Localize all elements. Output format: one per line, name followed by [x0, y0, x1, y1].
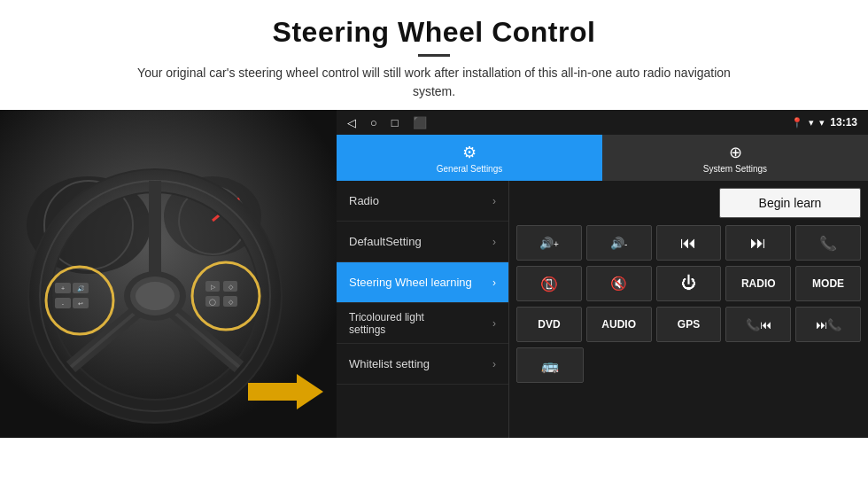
vol-down-icon: 🔊-	[610, 237, 627, 250]
settings-content: Radio › DefaultSetting › Steering Wheel …	[337, 181, 868, 438]
vol-up-icon: 🔊+	[539, 237, 559, 250]
chevron-right-icon: ›	[492, 358, 496, 370]
header-subtitle: Your original car's steering wheel contr…	[124, 64, 744, 101]
audio-label: AUDIO	[601, 318, 636, 331]
status-bar-left: ◁ ○ □ ⬛	[347, 116, 427, 129]
phone-next-icon: ⏭📞	[816, 318, 841, 331]
main-content: + 🔊 - ↩ ▷ ◇ ◯ ◇	[0, 110, 868, 438]
phone-icon: 📞	[819, 235, 837, 252]
home-icon[interactable]: ○	[370, 116, 377, 129]
status-bar: ◁ ○ □ ⬛ 📍 ▾ ▾ 13:13	[337, 110, 868, 135]
svg-text:↩: ↩	[78, 300, 83, 307]
status-bar-right: 📍 ▾ ▾ 13:13	[791, 116, 857, 129]
hangup-button[interactable]: 📵	[516, 266, 582, 301]
wifi-icon: ▾	[809, 117, 814, 129]
menu-label-steering: Steering Wheel learning	[349, 276, 472, 289]
menu-item-whitelist[interactable]: Whitelist setting ›	[337, 344, 508, 385]
svg-point-16	[136, 282, 174, 310]
control-row-2: 📵 🔇 ⏻ RADIO MODE	[516, 266, 861, 301]
svg-text:🔊: 🔊	[77, 284, 85, 292]
control-panel: Begin learn 🔊+ 🔊- ⏮	[509, 181, 868, 438]
chevron-right-icon: ›	[492, 195, 496, 207]
menu-item-tricoloured[interactable]: Tricoloured lightsettings ›	[337, 303, 508, 344]
begin-learn-button[interactable]: Begin learn	[719, 188, 861, 218]
next-icon: ⏭	[750, 234, 766, 253]
next-button[interactable]: ⏭	[725, 225, 791, 261]
control-row-1: 🔊+ 🔊- ⏮ ⏭ 📞	[516, 225, 861, 261]
prev-icon: ⏮	[680, 234, 696, 253]
clock: 13:13	[830, 116, 857, 129]
menu-label-default: DefaultSetting	[349, 235, 422, 248]
vol-down-button[interactable]: 🔊-	[586, 225, 652, 261]
steering-wheel-svg: + 🔊 - ↩ ▷ ◇ ◯ ◇	[0, 110, 337, 438]
power-button[interactable]: ⏻	[656, 266, 722, 301]
control-row-4: 🚌	[516, 347, 861, 383]
hangup-icon: 📵	[540, 276, 558, 292]
mute-button[interactable]: 🔇	[586, 266, 652, 301]
chevron-right-icon: ›	[492, 277, 496, 289]
mode-label: MODE	[812, 277, 844, 290]
chevron-right-icon: ›	[492, 317, 496, 330]
phone-prev-button[interactable]: 📞⏮	[725, 307, 791, 342]
phone-next-button[interactable]: ⏭📞	[795, 307, 861, 342]
svg-text:◯: ◯	[209, 299, 216, 306]
control-row-3: DVD AUDIO GPS 📞⏮ ⏭📞	[516, 307, 861, 342]
begin-learn-row: Begin learn	[516, 188, 861, 218]
tab-general-settings[interactable]: ⚙ General Settings	[337, 135, 602, 181]
vol-up-button[interactable]: 🔊+	[516, 225, 582, 261]
menu-item-radio[interactable]: Radio ›	[337, 181, 508, 222]
tab-bar: ⚙ General Settings ⊕ System Settings	[337, 135, 868, 181]
radio-label: RADIO	[741, 277, 776, 290]
tab-general-label: General Settings	[437, 164, 503, 174]
screenshot-icon[interactable]: ⬛	[413, 116, 427, 129]
header-divider	[418, 54, 450, 57]
location-icon: 📍	[791, 117, 803, 129]
gps-button[interactable]: GPS	[656, 307, 722, 342]
menu-label-radio: Radio	[349, 194, 379, 207]
menu-list: Radio › DefaultSetting › Steering Wheel …	[337, 181, 509, 438]
svg-text:+: +	[61, 285, 65, 292]
menu-item-defaultsetting[interactable]: DefaultSetting ›	[337, 222, 508, 262]
header: Steering Wheel Control Your original car…	[0, 0, 868, 110]
android-panel: ◁ ○ □ ⬛ 📍 ▾ ▾ 13:13 ⚙ General Settings	[337, 110, 868, 438]
list-button[interactable]: 🚌	[516, 347, 584, 383]
chevron-right-icon: ›	[492, 236, 496, 248]
mute-icon: 🔇	[610, 276, 627, 292]
gps-label: GPS	[678, 318, 700, 331]
phone-prev-icon: 📞⏮	[746, 318, 771, 331]
steering-wheel-panel: + 🔊 - ↩ ▷ ◇ ◯ ◇	[0, 110, 337, 438]
tab-system-label: System Settings	[703, 164, 767, 174]
page-container: Steering Wheel Control Your original car…	[0, 0, 868, 438]
gear-icon: ⚙	[462, 143, 477, 162]
menu-item-steering-wheel[interactable]: Steering Wheel learning ›	[337, 262, 508, 303]
audio-button[interactable]: AUDIO	[586, 307, 652, 342]
mode-button[interactable]: MODE	[795, 266, 861, 301]
radio-button[interactable]: RADIO	[725, 266, 791, 301]
phone-button[interactable]: 📞	[795, 225, 861, 261]
signal-icon: ▾	[819, 117, 825, 129]
prev-button[interactable]: ⏮	[656, 225, 722, 261]
menu-label-tricoloured: Tricoloured lightsettings	[349, 311, 424, 336]
back-icon[interactable]: ◁	[347, 116, 356, 129]
list-icon: 🚌	[541, 357, 559, 374]
recents-icon[interactable]: □	[391, 116, 399, 129]
power-icon: ⏻	[681, 275, 696, 292]
menu-label-whitelist: Whitelist setting	[349, 357, 430, 370]
globe-icon: ⊕	[729, 143, 742, 162]
page-title: Steering Wheel Control	[53, 16, 815, 49]
dvd-button[interactable]: DVD	[516, 307, 582, 342]
tab-system-settings[interactable]: ⊕ System Settings	[602, 135, 868, 181]
dvd-label: DVD	[538, 318, 560, 331]
